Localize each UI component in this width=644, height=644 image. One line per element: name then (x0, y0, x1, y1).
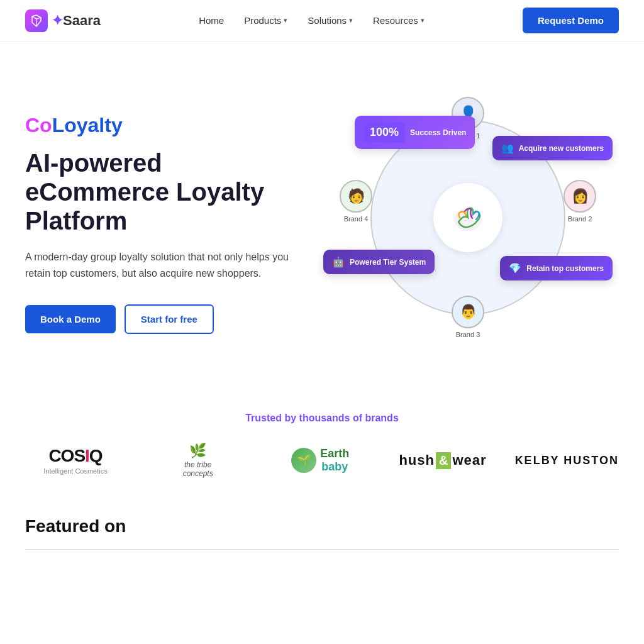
cosiq-text: COSIQ (43, 446, 108, 466)
hushwear-wrap: hush & wear (399, 452, 486, 469)
diagram-center-hands (433, 183, 502, 252)
brand-3-label: Brand 3 (456, 331, 480, 338)
ai-icon: 🤖 (332, 256, 345, 268)
nav-home[interactable]: Home (199, 15, 224, 26)
tribe-text: the tribeconcepts (183, 460, 213, 479)
tribe-icon: 🌿 (183, 443, 213, 459)
hero-buttons: Book a Demo Start for free (25, 304, 302, 334)
success-pill: 100% Success Driven (355, 116, 475, 149)
coloyalty-brand: CoLoyalty (25, 114, 302, 137)
percent-badge: 100% (364, 122, 405, 143)
solutions-chevron-icon: ▾ (349, 16, 353, 25)
featured-section: Featured on (0, 491, 644, 562)
earthbaby-text: Earth baby (320, 447, 349, 474)
hushwear-text-hush: hush (399, 452, 435, 469)
nav-resources[interactable]: Resources ▾ (373, 15, 425, 26)
brand-4-avatar: 🧑 (340, 180, 372, 213)
brand-3-node: 👨 Brand 3 (452, 296, 484, 338)
cosiq-logo: COSIQ Intelligent Cosmetics (25, 446, 126, 475)
retain-pill: 💎 Retain top customers (500, 256, 613, 280)
loyalty-diagram: 👤 Brand 1 👩 Brand 2 👨 Brand 3 🧑 Brand 4 … (323, 79, 613, 356)
kelby-text: KELBY HUSTON (515, 454, 619, 467)
hero-diagram: 👤 Brand 1 👩 Brand 2 👨 Brand 3 🧑 Brand 4 … (317, 79, 619, 369)
brand-2-node: 👩 Brand 2 (564, 180, 596, 223)
products-chevron-icon: ▾ (284, 16, 287, 25)
featured-divider (25, 549, 619, 550)
nav-links: Home Products ▾ Solutions ▾ Resources ▾ (199, 15, 425, 26)
navigation: ✦Saara Home Products ▾ Solutions ▾ Resou… (0, 0, 644, 42)
kelbyhuston-logo: KELBY HUSTON (515, 454, 619, 467)
brand-3-avatar: 👨 (452, 296, 484, 328)
featured-title: Featured on (25, 516, 619, 536)
brand-4-label: Brand 4 (344, 215, 369, 223)
logo-wordmark: ✦Saara (52, 13, 101, 29)
logo[interactable]: ✦Saara (25, 9, 101, 32)
hero-heading: AI-powered eCommerce Loyalty Platform (25, 148, 302, 235)
retain-icon: 💎 (509, 262, 521, 274)
earthbaby-logo: 🌱 Earth baby (270, 447, 370, 474)
hero-section: CoLoyalty AI-powered eCommerce Loyalty P… (0, 42, 644, 394)
hushwear-logo: hush & wear (392, 452, 493, 469)
nav-products[interactable]: Products ▾ (244, 15, 287, 26)
hushwear-text-wear: wear (452, 452, 486, 469)
earthbaby-icon: 🌱 (291, 448, 316, 473)
tribe-wrap: 🌿 the tribeconcepts (183, 443, 213, 479)
brand-2-label: Brand 2 (568, 215, 592, 223)
trusted-section: Trusted by thousands of brands COSIQ Int… (0, 394, 644, 491)
book-demo-button[interactable]: Book a Demo (25, 305, 116, 333)
hushwear-amp: & (436, 452, 451, 469)
hero-left: CoLoyalty AI-powered eCommerce Loyalty P… (25, 114, 302, 333)
success-pill-label: Success Driven (410, 128, 466, 137)
retain-pill-label: Retain top customers (526, 264, 604, 273)
nav-solutions[interactable]: Solutions ▾ (308, 15, 353, 26)
hero-description: A modern-day group loyalty solution that… (25, 249, 302, 281)
ai-pill: 🤖 Powered Tier System (323, 250, 435, 274)
logo-icon (25, 9, 48, 32)
acquire-pill: 👥 Acquire new customers (492, 136, 613, 160)
ai-pill-label: Powered Tier System (350, 258, 426, 267)
trusted-title: Trusted by thousands of brands (25, 413, 619, 424)
acquire-icon: 👥 (501, 142, 514, 154)
brand-2-avatar: 👩 (564, 180, 596, 213)
request-demo-button[interactable]: Request Demo (523, 8, 619, 33)
start-free-button[interactable]: Start for free (125, 304, 214, 334)
brands-row: COSIQ Intelligent Cosmetics 🌿 the tribec… (25, 443, 619, 479)
resources-chevron-icon: ▾ (421, 16, 425, 25)
acquire-pill-label: Acquire new customers (519, 144, 604, 153)
cosiq-subtitle: Intelligent Cosmetics (43, 467, 108, 475)
brand-4-node: 🧑 Brand 4 (340, 180, 372, 223)
tribe-logo: 🌿 the tribeconcepts (148, 443, 248, 479)
earthbaby-wrap: 🌱 Earth baby (291, 447, 349, 474)
